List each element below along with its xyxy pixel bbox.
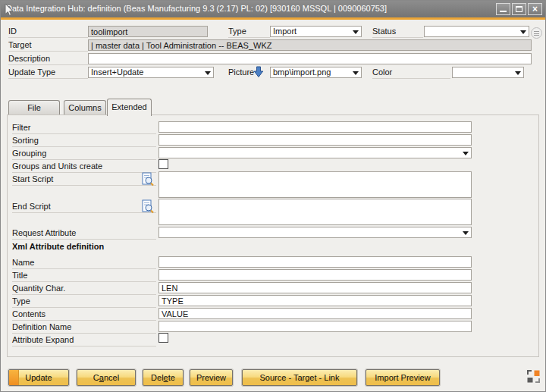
beas-resize-icon[interactable] bbox=[527, 370, 540, 383]
source-target-link-button[interactable]: Source - Target - Link bbox=[242, 369, 357, 386]
cancel-button[interactable]: Cancel bbox=[77, 369, 136, 386]
tab-file-label: File bbox=[27, 103, 41, 112]
maximize-icon bbox=[516, 6, 522, 12]
chevron-down-icon bbox=[520, 30, 526, 34]
delete-button[interactable]: Delete bbox=[143, 369, 184, 386]
picture-import-icon[interactable] bbox=[253, 66, 264, 78]
default-button-marker bbox=[9, 370, 19, 385]
minimize-icon bbox=[500, 11, 507, 12]
picture-dropdown[interactable]: bmp\import.png bbox=[270, 67, 362, 78]
tab-extended-label: Extended bbox=[111, 102, 146, 111]
titlebar[interactable]: Data Integration Hub: definition (Beas M… bbox=[1, 1, 546, 17]
color-dropdown[interactable] bbox=[452, 67, 524, 78]
mouse-cursor bbox=[5, 4, 14, 17]
delete-button-label: Delete bbox=[151, 373, 175, 382]
maximize-button[interactable] bbox=[512, 3, 526, 15]
chevron-down-icon bbox=[515, 71, 521, 75]
picture-label: Picture bbox=[228, 67, 253, 79]
import-preview-button[interactable]: Import Preview bbox=[366, 369, 440, 386]
target-label: Target bbox=[8, 39, 88, 52]
tab-file[interactable]: File bbox=[8, 100, 60, 114]
window-title: Data Integration Hub: definition (Beas M… bbox=[6, 4, 387, 13]
update-button[interactable]: Update bbox=[8, 369, 69, 386]
tab-columns-label: Columns bbox=[68, 103, 101, 112]
description-label: Description bbox=[8, 53, 88, 65]
id-label: ID bbox=[8, 26, 88, 38]
type-dropdown-value: Import bbox=[273, 27, 297, 36]
import-preview-button-label: Import Preview bbox=[375, 373, 430, 382]
picture-dropdown-value: bmp\import.png bbox=[273, 67, 331, 77]
status-dropdown[interactable] bbox=[424, 26, 529, 37]
id-field[interactable] bbox=[88, 26, 208, 37]
tab-extended[interactable]: Extended bbox=[107, 99, 152, 116]
preview-button[interactable]: Preview bbox=[190, 369, 233, 386]
update-button-label: Update bbox=[25, 373, 52, 382]
status-label: Status bbox=[372, 26, 423, 38]
context-menu-button[interactable] bbox=[531, 27, 542, 39]
description-field[interactable] bbox=[88, 53, 532, 64]
update-type-label: Update Type bbox=[8, 67, 88, 79]
update-type-dropdown-value: Insert+Update bbox=[91, 67, 143, 77]
color-label: Color bbox=[372, 67, 450, 79]
hamburger-icon bbox=[534, 31, 539, 36]
update-type-dropdown[interactable]: Insert+Update bbox=[88, 67, 214, 78]
target-field[interactable] bbox=[88, 39, 532, 51]
close-button[interactable]: × bbox=[528, 3, 542, 15]
source-target-link-button-label: Source - Target - Link bbox=[260, 373, 340, 382]
accent-line bbox=[1, 17, 546, 20]
extended-tab-panel bbox=[7, 114, 539, 357]
close-icon: × bbox=[529, 4, 541, 14]
preview-button-label: Preview bbox=[196, 373, 226, 382]
chevron-down-icon bbox=[205, 71, 211, 75]
chevron-down-icon bbox=[353, 71, 359, 75]
chevron-down-icon bbox=[353, 30, 359, 34]
tab-columns[interactable]: Columns bbox=[64, 100, 106, 114]
minimize-button[interactable] bbox=[496, 3, 510, 15]
type-label: Type bbox=[228, 26, 270, 38]
cancel-button-label: Cancel bbox=[93, 373, 119, 382]
data-integration-hub-window: Data Integration Hub: definition (Beas M… bbox=[0, 0, 546, 392]
type-dropdown[interactable]: Import bbox=[270, 26, 362, 37]
